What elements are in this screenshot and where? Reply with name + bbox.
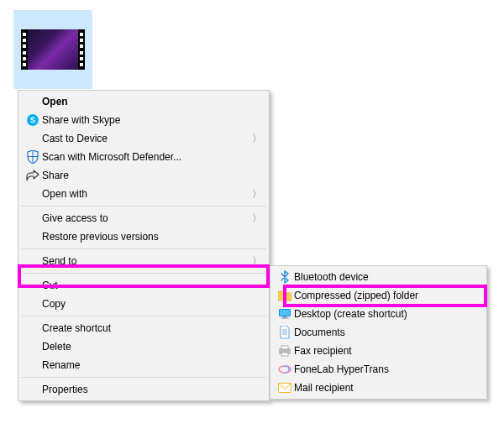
separator (21, 273, 266, 274)
menu-item-label: Scan with Microsoft Defender... (42, 151, 262, 163)
menu-item-cast[interactable]: Cast to Device 〉 (20, 129, 267, 148)
menu-item-label: Rename (42, 359, 262, 371)
menu-item-share-skype[interactable]: Share with Skype (20, 111, 267, 129)
menu-item-cut[interactable]: Cut (20, 276, 267, 295)
submenu-item-fonelab[interactable]: FoneLab HyperTrans (272, 360, 485, 379)
submenu-item-label: Documents (294, 327, 480, 338)
submenu-item-fax[interactable]: Fax recipient (272, 342, 485, 360)
svg-rect-5 (281, 318, 289, 319)
menu-item-properties[interactable]: Properties (20, 380, 267, 399)
blank-icon (24, 380, 42, 399)
share-icon (24, 166, 42, 185)
menu-item-label: Cast to Device (42, 133, 250, 144)
chevron-right-icon: 〉 (250, 132, 262, 146)
desktop-icon (276, 305, 294, 323)
menu-item-scan-defender[interactable]: Scan with Microsoft Defender... (20, 148, 267, 166)
chevron-right-icon: 〉 (250, 187, 262, 201)
menu-item-label: Restore previous versions (42, 231, 262, 243)
chevron-right-icon: 〉 (250, 212, 262, 226)
submenu-item-label: Desktop (create shortcut) (294, 308, 480, 320)
blank-icon (24, 337, 42, 356)
blank-icon (24, 295, 42, 313)
blank-icon (24, 209, 42, 227)
svg-rect-7 (281, 346, 288, 349)
fonelab-icon (276, 360, 294, 379)
menu-item-restore-versions[interactable]: Restore previous versions (20, 227, 267, 246)
send-to-submenu: Bluetooth device Compressed (zipped) fol… (270, 265, 487, 400)
documents-icon (276, 323, 294, 342)
skype-icon (24, 111, 42, 129)
separator (21, 206, 266, 206)
svg-rect-9 (279, 384, 291, 393)
submenu-item-label: Compressed (zipped) folder (294, 290, 480, 301)
menu-item-label: Open with (42, 188, 250, 200)
blank-icon (24, 276, 42, 295)
fax-icon (276, 342, 294, 360)
submenu-item-documents[interactable]: Documents (272, 323, 485, 342)
blank-icon (24, 356, 42, 374)
svg-rect-4 (283, 316, 287, 318)
blank-icon (24, 319, 42, 337)
menu-item-open[interactable]: Open (20, 92, 267, 111)
menu-item-label: Send to (42, 255, 250, 267)
blank-icon (24, 227, 42, 246)
menu-item-label: Open (42, 96, 262, 107)
blank-icon (24, 92, 42, 111)
menu-item-delete[interactable]: Delete (20, 337, 267, 356)
file-video-selected[interactable] (13, 10, 92, 89)
menu-item-rename[interactable]: Rename (20, 356, 267, 374)
blank-icon (24, 185, 42, 203)
menu-item-label: Create shortcut (42, 322, 262, 334)
menu-item-copy[interactable]: Copy (20, 295, 267, 313)
menu-item-label: Share (42, 170, 262, 181)
menu-item-share[interactable]: Share (20, 166, 267, 185)
menu-item-label: Give access to (42, 212, 250, 224)
menu-item-label: Copy (42, 298, 262, 310)
menu-item-label: Cut (42, 280, 262, 291)
svg-rect-8 (281, 353, 288, 356)
submenu-item-label: FoneLab HyperTrans (294, 363, 480, 375)
zip-folder-icon (276, 286, 294, 305)
bluetooth-icon (276, 268, 294, 286)
menu-item-label: Share with Skype (42, 114, 262, 126)
menu-item-send-to[interactable]: Send to 〉 (20, 252, 267, 270)
chevron-right-icon: 〉 (250, 254, 262, 269)
shield-icon (24, 148, 42, 166)
submenu-item-label: Fax recipient (294, 345, 480, 357)
menu-item-label: Delete (42, 341, 262, 353)
menu-item-label: Properties (42, 384, 262, 395)
separator (21, 377, 266, 378)
submenu-item-bluetooth[interactable]: Bluetooth device (272, 268, 485, 286)
submenu-item-compressed[interactable]: Compressed (zipped) folder (272, 286, 485, 305)
svg-rect-3 (280, 310, 290, 316)
submenu-item-desktop-shortcut[interactable]: Desktop (create shortcut) (272, 305, 485, 323)
menu-item-give-access[interactable]: Give access to 〉 (20, 209, 267, 227)
context-menu: Open Share with Skype Cast to Device 〉 S… (18, 90, 270, 401)
submenu-item-label: Bluetooth device (294, 271, 480, 283)
mail-icon (276, 379, 294, 397)
blank-icon (24, 129, 42, 148)
separator (21, 316, 266, 316)
menu-item-open-with[interactable]: Open with 〉 (20, 185, 267, 203)
submenu-item-label: Mail recipient (294, 382, 480, 394)
submenu-item-mail[interactable]: Mail recipient (272, 379, 485, 397)
separator (21, 248, 266, 249)
menu-item-create-shortcut[interactable]: Create shortcut (20, 319, 267, 337)
video-thumbnail (21, 29, 85, 70)
blank-icon (24, 252, 42, 270)
